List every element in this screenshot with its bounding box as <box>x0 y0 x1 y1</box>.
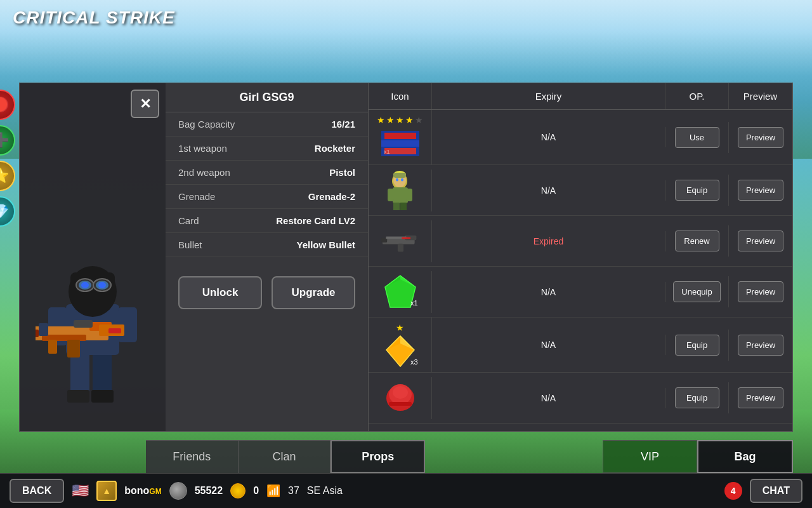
tab-bag[interactable]: Bag <box>697 440 793 473</box>
stat-value-weapon2: Pistol <box>329 167 355 178</box>
item-preview-4: Preview <box>729 276 792 307</box>
gold-icon[interactable]: ⭐ <box>0 161 15 191</box>
stat-value-grenade: Grenade-2 <box>308 191 355 202</box>
svg-rect-17 <box>36 330 39 337</box>
item-preview-6: Preview <box>729 382 792 413</box>
bottom-bar: BACK 🇺🇸 ▲ bonoGM 55522 0 📶 37 SE Asia 4 … <box>0 473 812 508</box>
soldier-item-icon <box>381 175 419 206</box>
currency2-value: 0 <box>253 485 259 497</box>
preview-button-6[interactable]: Preview <box>738 387 783 408</box>
svg-point-38 <box>396 178 398 182</box>
side-icons: 🔴 ➕ ⭐ 💎 <box>0 90 15 227</box>
action-buttons: Unlock Upgrade <box>166 264 368 322</box>
item-op-6: Equip <box>665 382 729 413</box>
table-row: ★ ★ ★ ★ ★ x1 <box>369 110 792 165</box>
renew-button[interactable]: Renew <box>675 231 719 251</box>
table-row: Expired Renew Preview <box>369 216 792 267</box>
signal-icon: 📶 <box>266 484 280 498</box>
red-icon[interactable]: 🔴 <box>0 90 15 120</box>
close-button[interactable]: ✕ <box>131 90 159 118</box>
item-icon-gem-gold: ★ x3 <box>369 318 432 372</box>
helmet-icon <box>381 382 419 414</box>
items-panel: Icon Expiry OP. Preview ★ ★ ★ ★ ★ <box>369 83 792 431</box>
ping-value: 37 <box>288 485 299 497</box>
gem-gold-icon: x3 <box>381 335 419 367</box>
username-label: bonoGM <box>124 485 161 497</box>
tab-vip[interactable]: VIP <box>603 440 697 473</box>
item-op-5: Equip <box>665 330 729 361</box>
preview-button-5[interactable]: Preview <box>738 335 783 356</box>
gem-green-icon: x1 <box>381 276 419 308</box>
svg-point-55 <box>393 386 408 399</box>
stat-row-bullet: Bullet Yellow Bullet <box>166 233 368 257</box>
rank-badge: ▲ <box>96 481 117 501</box>
back-button[interactable]: BACK <box>10 479 64 503</box>
game-title: CRITICAL STRIKE <box>13 8 175 28</box>
preview-button-2[interactable]: Preview <box>738 180 783 201</box>
table-row: N/A Equip Preview <box>369 373 792 424</box>
svg-rect-18 <box>42 335 86 341</box>
tab-props[interactable]: Props <box>331 440 425 473</box>
svg-rect-44 <box>397 243 403 251</box>
character-area: 🔴 ➕ ⭐ 💎 ✕ <box>20 83 166 431</box>
svg-rect-3 <box>91 390 114 403</box>
svg-point-39 <box>401 178 403 182</box>
gm-badge: GM <box>149 487 161 496</box>
item-icon-soldier <box>369 170 432 211</box>
svg-rect-33 <box>406 189 412 201</box>
use-button[interactable]: Use <box>675 127 719 148</box>
right-tabs: VIP Bag <box>603 440 793 473</box>
preview-button-1[interactable]: Preview <box>738 127 783 148</box>
medkit-icon[interactable]: ➕ <box>0 125 15 156</box>
chat-button[interactable]: CHAT <box>750 479 802 503</box>
svg-rect-19 <box>67 340 80 358</box>
unequip-button[interactable]: Unequip <box>673 281 720 302</box>
item-expiry-4: N/A <box>432 282 665 302</box>
stat-label-grenade: Grenade <box>178 191 215 202</box>
item-stars: ★ ★ ★ ★ ★ <box>377 115 423 125</box>
character-name-title: Girl GSG9 <box>166 83 368 112</box>
item-preview-3: Preview <box>729 225 792 257</box>
item-expiry-5: N/A <box>432 335 665 355</box>
tab-friends[interactable]: Friends <box>146 440 239 473</box>
preview-button-3[interactable]: Preview <box>738 231 783 251</box>
item-expiry-6: N/A <box>432 388 665 408</box>
chat-notification-badge: 4 <box>724 482 742 500</box>
svg-rect-35 <box>400 203 407 210</box>
stat-label-bullet: Bullet <box>178 239 202 250</box>
stat-value-weapon1: Rocketer <box>315 143 355 154</box>
table-row: x1 N/A Unequip Preview <box>369 267 792 318</box>
item-expiry-2: N/A <box>432 180 665 201</box>
gem-icon[interactable]: 💎 <box>0 196 15 227</box>
table-row: ★ x3 N/A Equip Previ <box>369 318 792 373</box>
tab-clan[interactable]: Clan <box>239 440 331 473</box>
preview-button-4[interactable]: Preview <box>738 281 783 302</box>
item-op-4: Unequip <box>665 276 729 307</box>
stats-panel: Girl GSG9 Bag Capacity 16/21 1st weapon … <box>166 83 369 431</box>
item-icon-weapon <box>369 220 432 262</box>
stat-row-grenade: Grenade Grenade-2 <box>166 185 368 209</box>
item-preview-1: Preview <box>729 122 792 153</box>
stat-label-bag: Bag Capacity <box>178 119 235 130</box>
character-sprite <box>36 222 150 425</box>
item-expiry-1: N/A <box>432 127 665 147</box>
nav-tabs: Friends Clan Props <box>146 440 425 473</box>
equip-button-6[interactable]: Equip <box>675 387 719 408</box>
stat-row-card: Card Restore Card LV2 <box>166 209 368 233</box>
svg-rect-32 <box>388 189 394 201</box>
svg-point-14 <box>98 282 106 288</box>
stat-label-card: Card <box>178 215 199 226</box>
equip-button-5[interactable]: Equip <box>675 335 719 356</box>
moon-icon <box>169 482 187 500</box>
svg-rect-22 <box>108 328 121 333</box>
stat-value-bullet: Yellow Bullet <box>296 239 355 250</box>
stat-row-weapon2: 2nd weapon Pistol <box>166 161 368 185</box>
item-op-1: Use <box>665 122 729 153</box>
main-panel: 🔴 ➕ ⭐ 💎 ✕ <box>19 83 793 432</box>
svg-rect-46 <box>402 237 410 239</box>
upgrade-button[interactable]: Upgrade <box>272 276 355 309</box>
col-header-op: OP. <box>665 83 729 109</box>
equip-button-2[interactable]: Equip <box>675 180 719 201</box>
unlock-button[interactable]: Unlock <box>178 276 262 309</box>
col-header-preview: Preview <box>729 83 792 109</box>
